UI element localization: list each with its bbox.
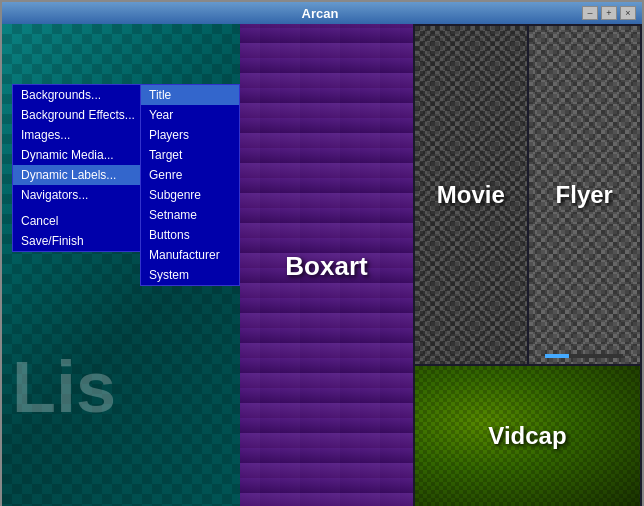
- menu-item-navigators[interactable]: Navigators...: [13, 185, 143, 205]
- boxart-label: Boxart: [285, 251, 367, 282]
- menu-item-dynamic-media[interactable]: Dynamic Media...: [13, 145, 143, 165]
- movie-panel: Movie: [415, 26, 527, 364]
- flyer-panel: Flyer: [529, 26, 641, 364]
- submenu-item-buttons[interactable]: Buttons: [141, 225, 239, 245]
- menu-item-images[interactable]: Images...: [13, 125, 143, 145]
- submenu-item-system[interactable]: System: [141, 265, 239, 285]
- list-watermark: Lis: [12, 346, 116, 428]
- submenu-item-setname[interactable]: Setname: [141, 205, 239, 225]
- title-bar: Arcan – + ×: [2, 2, 642, 24]
- window-content: Lis Backgrounds... Background Effects...…: [2, 24, 642, 506]
- menu-item-backgrounds[interactable]: Backgrounds...: [13, 85, 143, 105]
- menu-item-cancel[interactable]: Cancel: [13, 211, 143, 231]
- maximize-button[interactable]: +: [601, 6, 617, 20]
- left-panel: Lis Backgrounds... Background Effects...…: [2, 24, 240, 506]
- submenu-item-genre[interactable]: Genre: [141, 165, 239, 185]
- menu-item-save-finish[interactable]: Save/Finish: [13, 231, 143, 251]
- close-button[interactable]: ×: [620, 6, 636, 20]
- submenu-item-target[interactable]: Target: [141, 145, 239, 165]
- submenu-item-subgenre[interactable]: Subgenre: [141, 185, 239, 205]
- submenu-item-title[interactable]: Title: [141, 85, 239, 105]
- movie-label: Movie: [437, 181, 505, 209]
- progress-bar-fill: [545, 354, 568, 358]
- submenu-item-manufacturer[interactable]: Manufacturer: [141, 245, 239, 265]
- submenu-item-players[interactable]: Players: [141, 125, 239, 145]
- submenu-item-year[interactable]: Year: [141, 105, 239, 125]
- sub-menu: Title Year Players Target Genre Subgenre…: [140, 84, 240, 286]
- main-menu: Backgrounds... Background Effects... Ima…: [12, 84, 144, 252]
- vidcap-panel: Vidcap: [415, 366, 640, 506]
- menu-item-dynamic-labels[interactable]: Dynamic Labels...: [13, 165, 143, 185]
- flyer-label: Flyer: [556, 181, 613, 209]
- boxart-container: Boxart: [240, 24, 413, 506]
- vidcap-label: Vidcap: [488, 422, 566, 450]
- window-controls: – + ×: [582, 6, 636, 20]
- app-window: Arcan – + × Lis Backgrounds... Backgroun…: [0, 0, 644, 506]
- media-top-row: Movie Flyer: [415, 26, 640, 364]
- menu-item-background-effects[interactable]: Background Effects...: [13, 105, 143, 125]
- minimize-button[interactable]: –: [582, 6, 598, 20]
- progress-bar-container: [545, 354, 623, 358]
- right-panel: Movie Flyer Vidcap: [413, 24, 642, 506]
- center-panel: Boxart: [240, 24, 413, 506]
- window-title: Arcan: [58, 6, 582, 21]
